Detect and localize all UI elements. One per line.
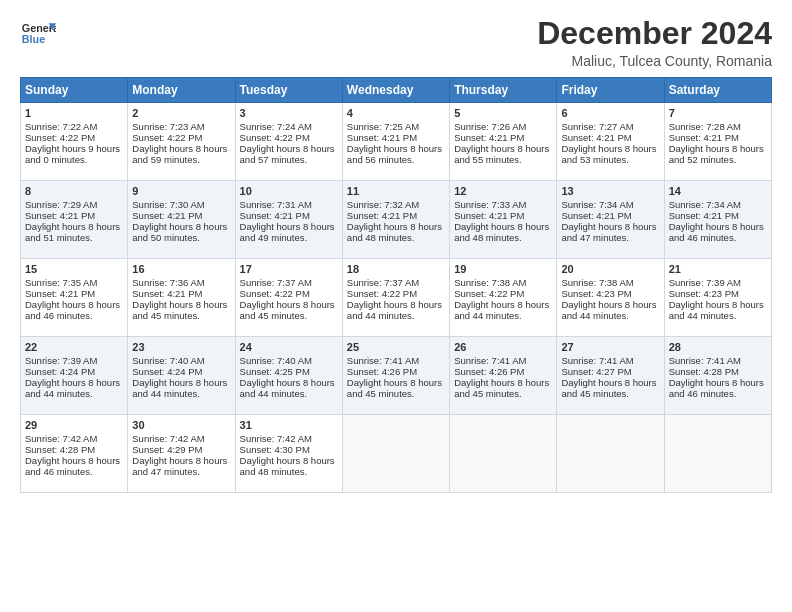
calendar-cell: 25Sunrise: 7:41 AMSunset: 4:26 PMDayligh…: [342, 337, 449, 415]
daylight-text: Daylight hours 8 hours and 52 minutes.: [669, 143, 767, 165]
daylight-text: Daylight hours 8 hours and 45 minutes.: [561, 377, 659, 399]
calendar-cell: [342, 415, 449, 493]
sunrise-text: Sunrise: 7:34 AM: [561, 199, 659, 210]
calendar-cell: 29Sunrise: 7:42 AMSunset: 4:28 PMDayligh…: [21, 415, 128, 493]
calendar-cell: 15Sunrise: 7:35 AMSunset: 4:21 PMDayligh…: [21, 259, 128, 337]
sunrise-text: Sunrise: 7:36 AM: [132, 277, 230, 288]
calendar-cell: 14Sunrise: 7:34 AMSunset: 4:21 PMDayligh…: [664, 181, 771, 259]
calendar-cell: 18Sunrise: 7:37 AMSunset: 4:22 PMDayligh…: [342, 259, 449, 337]
daylight-text: Daylight hours 8 hours and 46 minutes.: [669, 221, 767, 243]
sunset-text: Sunset: 4:21 PM: [561, 210, 659, 221]
sunset-text: Sunset: 4:22 PM: [240, 132, 338, 143]
calendar-cell: 19Sunrise: 7:38 AMSunset: 4:22 PMDayligh…: [450, 259, 557, 337]
daylight-text: Daylight hours 8 hours and 45 minutes.: [454, 377, 552, 399]
sunrise-text: Sunrise: 7:34 AM: [669, 199, 767, 210]
day-number: 19: [454, 263, 552, 275]
sunset-text: Sunset: 4:30 PM: [240, 444, 338, 455]
calendar-cell: [557, 415, 664, 493]
daylight-text: Daylight hours 8 hours and 56 minutes.: [347, 143, 445, 165]
sunset-text: Sunset: 4:21 PM: [347, 210, 445, 221]
sunrise-text: Sunrise: 7:37 AM: [240, 277, 338, 288]
sunrise-text: Sunrise: 7:39 AM: [25, 355, 123, 366]
calendar-cell: 11Sunrise: 7:32 AMSunset: 4:21 PMDayligh…: [342, 181, 449, 259]
week-row-5: 22Sunrise: 7:39 AMSunset: 4:24 PMDayligh…: [21, 337, 772, 415]
calendar-cell: 5Sunrise: 7:26 AMSunset: 4:21 PMDaylight…: [450, 103, 557, 181]
sunset-text: Sunset: 4:27 PM: [561, 366, 659, 377]
sunrise-text: Sunrise: 7:29 AM: [25, 199, 123, 210]
sunset-text: Sunset: 4:21 PM: [669, 210, 767, 221]
sunset-text: Sunset: 4:21 PM: [132, 288, 230, 299]
sunrise-text: Sunrise: 7:39 AM: [669, 277, 767, 288]
sunset-text: Sunset: 4:21 PM: [454, 210, 552, 221]
header-row: SundayMondayTuesdayWednesdayThursdayFrid…: [21, 78, 772, 103]
sunset-text: Sunset: 4:21 PM: [25, 210, 123, 221]
sunset-text: Sunset: 4:23 PM: [669, 288, 767, 299]
day-number: 14: [669, 185, 767, 197]
sunrise-text: Sunrise: 7:35 AM: [25, 277, 123, 288]
sunset-text: Sunset: 4:21 PM: [132, 210, 230, 221]
sunset-text: Sunset: 4:28 PM: [669, 366, 767, 377]
header: General Blue December 2024 Maliuc, Tulce…: [20, 16, 772, 69]
sunrise-text: Sunrise: 7:38 AM: [561, 277, 659, 288]
daylight-text: Daylight hours 8 hours and 46 minutes.: [25, 455, 123, 477]
sunrise-text: Sunrise: 7:37 AM: [347, 277, 445, 288]
day-number: 21: [669, 263, 767, 275]
day-number: 28: [669, 341, 767, 353]
day-number: 17: [240, 263, 338, 275]
month-title: December 2024: [537, 16, 772, 51]
sunrise-text: Sunrise: 7:41 AM: [347, 355, 445, 366]
sunrise-text: Sunrise: 7:41 AM: [669, 355, 767, 366]
calendar-cell: 1Sunrise: 7:22 AMSunset: 4:22 PMDaylight…: [21, 103, 128, 181]
calendar-cell: 23Sunrise: 7:40 AMSunset: 4:24 PMDayligh…: [128, 337, 235, 415]
daylight-text: Daylight hours 8 hours and 44 minutes.: [132, 377, 230, 399]
calendar-cell: 16Sunrise: 7:36 AMSunset: 4:21 PMDayligh…: [128, 259, 235, 337]
week-row-4: 15Sunrise: 7:35 AMSunset: 4:21 PMDayligh…: [21, 259, 772, 337]
daylight-text: Daylight hours 8 hours and 48 minutes.: [454, 221, 552, 243]
sunrise-text: Sunrise: 7:28 AM: [669, 121, 767, 132]
sunrise-text: Sunrise: 7:33 AM: [454, 199, 552, 210]
sunset-text: Sunset: 4:24 PM: [25, 366, 123, 377]
sunset-text: Sunset: 4:21 PM: [561, 132, 659, 143]
calendar-cell: 20Sunrise: 7:38 AMSunset: 4:23 PMDayligh…: [557, 259, 664, 337]
sunset-text: Sunset: 4:22 PM: [25, 132, 123, 143]
day-number: 4: [347, 107, 445, 119]
sunrise-text: Sunrise: 7:24 AM: [240, 121, 338, 132]
day-number: 11: [347, 185, 445, 197]
daylight-text: Daylight hours 8 hours and 47 minutes.: [561, 221, 659, 243]
sunset-text: Sunset: 4:21 PM: [240, 210, 338, 221]
sunrise-text: Sunrise: 7:40 AM: [132, 355, 230, 366]
calendar-cell: 22Sunrise: 7:39 AMSunset: 4:24 PMDayligh…: [21, 337, 128, 415]
day-number: 22: [25, 341, 123, 353]
calendar-cell: 2Sunrise: 7:23 AMSunset: 4:22 PMDaylight…: [128, 103, 235, 181]
day-number: 12: [454, 185, 552, 197]
sunset-text: Sunset: 4:21 PM: [669, 132, 767, 143]
calendar-cell: 8Sunrise: 7:29 AMSunset: 4:21 PMDaylight…: [21, 181, 128, 259]
calendar-cell: 31Sunrise: 7:42 AMSunset: 4:30 PMDayligh…: [235, 415, 342, 493]
sunset-text: Sunset: 4:21 PM: [347, 132, 445, 143]
week-row-2: 1Sunrise: 7:22 AMSunset: 4:22 PMDaylight…: [21, 103, 772, 181]
calendar-table: SundayMondayTuesdayWednesdayThursdayFrid…: [20, 77, 772, 493]
day-number: 25: [347, 341, 445, 353]
daylight-text: Daylight hours 8 hours and 46 minutes.: [669, 377, 767, 399]
sunrise-text: Sunrise: 7:22 AM: [25, 121, 123, 132]
day-header-saturday: Saturday: [664, 78, 771, 103]
week-row-6: 29Sunrise: 7:42 AMSunset: 4:28 PMDayligh…: [21, 415, 772, 493]
sunset-text: Sunset: 4:26 PM: [454, 366, 552, 377]
day-number: 7: [669, 107, 767, 119]
sunset-text: Sunset: 4:25 PM: [240, 366, 338, 377]
day-number: 24: [240, 341, 338, 353]
calendar-cell: 7Sunrise: 7:28 AMSunset: 4:21 PMDaylight…: [664, 103, 771, 181]
calendar-cell: 27Sunrise: 7:41 AMSunset: 4:27 PMDayligh…: [557, 337, 664, 415]
day-header-thursday: Thursday: [450, 78, 557, 103]
day-header-wednesday: Wednesday: [342, 78, 449, 103]
calendar-cell: 12Sunrise: 7:33 AMSunset: 4:21 PMDayligh…: [450, 181, 557, 259]
calendar-cell: 24Sunrise: 7:40 AMSunset: 4:25 PMDayligh…: [235, 337, 342, 415]
day-number: 26: [454, 341, 552, 353]
calendar-cell: 28Sunrise: 7:41 AMSunset: 4:28 PMDayligh…: [664, 337, 771, 415]
day-number: 16: [132, 263, 230, 275]
sunset-text: Sunset: 4:24 PM: [132, 366, 230, 377]
sunset-text: Sunset: 4:22 PM: [132, 132, 230, 143]
daylight-text: Daylight hours 8 hours and 47 minutes.: [132, 455, 230, 477]
daylight-text: Daylight hours 8 hours and 51 minutes.: [25, 221, 123, 243]
day-number: 29: [25, 419, 123, 431]
